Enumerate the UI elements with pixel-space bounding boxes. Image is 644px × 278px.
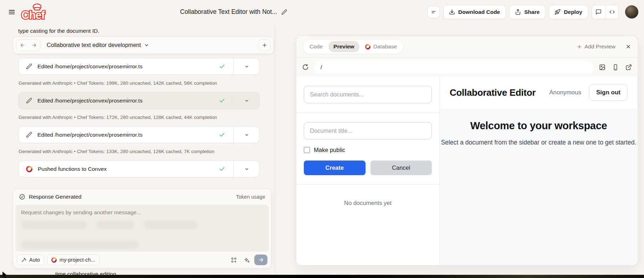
convex-logo-icon: [51, 257, 57, 263]
integrations-button[interactable]: [229, 255, 239, 265]
chat-view-toggle[interactable]: [592, 5, 605, 19]
send-message-button[interactable]: [254, 255, 267, 265]
tool-call-card[interactable]: Edited /home/project/convex/prosemirror.…: [19, 126, 260, 143]
create-document-button[interactable]: Create: [304, 161, 366, 175]
arrow-left-icon: [20, 42, 25, 48]
view-toggle: [592, 5, 619, 19]
preview-tab-group: Code Preview Database: [303, 39, 404, 54]
arrow-right-icon: [258, 257, 264, 263]
tool-call-card[interactable]: Edited /home/project/convex/prosemirror.…: [19, 92, 260, 109]
current-user-label: Anonymous: [549, 89, 581, 96]
chat-panel: type casting for the document ID. Collab…: [12, 24, 275, 278]
pencil-icon: [26, 132, 32, 138]
arrow-right-icon: [31, 42, 37, 48]
hamburger-icon: [8, 8, 16, 16]
grid-plus-icon: [230, 257, 237, 263]
cancel-button[interactable]: Cancel: [370, 161, 432, 175]
tab-code-label: Code: [310, 43, 323, 50]
tab-preview[interactable]: Preview: [328, 41, 359, 52]
make-public-checkbox[interactable]: [304, 147, 310, 153]
code-view-toggle[interactable]: [605, 5, 618, 19]
generation-caption: Generated with Anthropic • Chef Tokens: …: [19, 80, 260, 87]
empty-documents-label: No documents yet: [296, 200, 439, 206]
sign-out-button[interactable]: Sign out: [589, 84, 628, 101]
response-status-label: Response Generated: [29, 194, 81, 200]
model-mode-label: Auto: [29, 257, 40, 263]
deploy-label: Deploy: [564, 9, 582, 15]
code-icon: [609, 9, 615, 15]
tool-call-card[interactable]: Pushed functions to Convex: [19, 161, 260, 177]
plus-icon: [262, 42, 267, 48]
success-check-icon: [219, 166, 225, 172]
document-title-input[interactable]: [304, 122, 432, 140]
add-preview-button[interactable]: Add Preview: [577, 43, 615, 50]
token-usage-label: Token usage: [236, 194, 265, 200]
ghost-suggestion-pill: [97, 220, 134, 229]
download-icon: [449, 9, 455, 15]
message-composer: Response Generated Token usage Request c…: [13, 189, 271, 268]
message-input[interactable]: Request changes by sending another messa…: [15, 205, 269, 252]
expand-card-button[interactable]: [234, 161, 259, 177]
close-preview-button[interactable]: [625, 44, 631, 49]
editor-header: Collaborative Editor Anonymous Sign out: [440, 77, 638, 109]
tab-database[interactable]: Database: [360, 41, 402, 52]
wand-icon: [21, 257, 26, 263]
back-button[interactable]: [16, 40, 28, 51]
download-code-button[interactable]: Download Code: [443, 5, 506, 19]
generation-caption: Generated with Anthropic • Chef Tokens: …: [19, 148, 260, 155]
app-preview: Make public Create Cancel No documents y…: [296, 77, 638, 265]
hamburger-menu-button[interactable]: [6, 6, 18, 18]
history-nav: [16, 39, 40, 51]
chevron-down-icon: [144, 43, 149, 48]
response-status-row: Response Generated Token usage: [13, 189, 271, 205]
thread-bar: Collaborative text editor development: [13, 37, 274, 54]
refresh-button[interactable]: [302, 64, 309, 70]
tab-database-label: Database: [373, 43, 397, 50]
preview-panel: Code Preview Database Add Preview: [296, 36, 638, 266]
project-name-label: my-project-ch...: [60, 257, 95, 263]
refresh-icon: [302, 64, 309, 70]
expand-card-button[interactable]: [234, 127, 259, 143]
url-input[interactable]: [314, 61, 594, 74]
expand-card-button[interactable]: [234, 93, 259, 109]
svg-text:Chef: Chef: [21, 9, 45, 21]
tool-call-card[interactable]: Edited /home/project/convex/prosemirror.…: [19, 58, 260, 75]
share-button[interactable]: Share: [509, 5, 545, 19]
search-documents-input[interactable]: [304, 86, 432, 103]
mobile-view-button[interactable]: [612, 64, 619, 70]
open-external-button[interactable]: [625, 64, 632, 70]
edit-title-pencil-icon[interactable]: [281, 9, 287, 15]
app-header: Chef Collaborative Text Editor with Not.…: [0, 0, 644, 24]
tab-code[interactable]: Code: [305, 41, 328, 52]
editor-app-title: Collaborative Editor: [450, 87, 536, 98]
sparkles-icon: [243, 257, 250, 263]
ghost-suggestion-pill: [144, 220, 197, 229]
user-avatar[interactable]: [625, 5, 638, 19]
image-icon: [599, 64, 605, 70]
project-selector-button[interactable]: my-project-ch...: [47, 255, 99, 265]
expand-card-button[interactable]: [234, 58, 259, 74]
preview-url-bar: [296, 58, 638, 77]
close-icon: [625, 44, 631, 49]
welcome-subtitle: Select a document from the sidebar or cr…: [434, 138, 638, 147]
welcome-title: Welcome to your workspace: [470, 120, 607, 132]
divider: [296, 184, 439, 185]
lines-icon: [431, 9, 436, 15]
mouse-cursor: [2, 272, 7, 278]
success-check-icon: [219, 98, 225, 104]
chef-logo[interactable]: Chef: [21, 3, 48, 21]
welcome-area: Welcome to your workspace Select a docum…: [440, 109, 638, 265]
composer-toolbar: Auto my-project-ch...: [13, 252, 271, 268]
forward-button[interactable]: [28, 40, 40, 51]
screenshot-button[interactable]: [599, 64, 605, 70]
enhance-prompt-button[interactable]: [241, 255, 251, 265]
chat-queue-button[interactable]: [428, 6, 440, 18]
model-mode-button[interactable]: Auto: [17, 255, 44, 265]
thread-title: Collaborative text editor development: [47, 42, 141, 48]
deploy-button[interactable]: Deploy: [549, 5, 588, 19]
tab-preview-label: Preview: [333, 43, 354, 50]
thread-title-dropdown[interactable]: Collaborative text editor development: [47, 42, 149, 48]
external-link-icon: [625, 64, 632, 70]
new-chat-button[interactable]: [259, 39, 271, 51]
tool-call-label: Edited /home/project/convex/prosemirror.…: [37, 98, 143, 104]
